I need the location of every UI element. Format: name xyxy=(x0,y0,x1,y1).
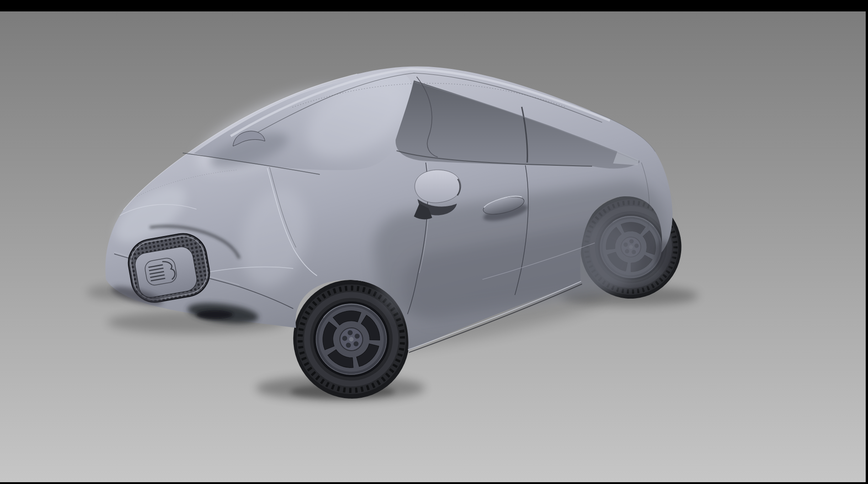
rear-bumper-shadow xyxy=(654,240,672,271)
viewport-3d[interactable]: Rendered 3D car model on a gray gradient… xyxy=(0,0,868,484)
application-window: Rendered 3D car model on a gray gradient… xyxy=(0,0,868,484)
